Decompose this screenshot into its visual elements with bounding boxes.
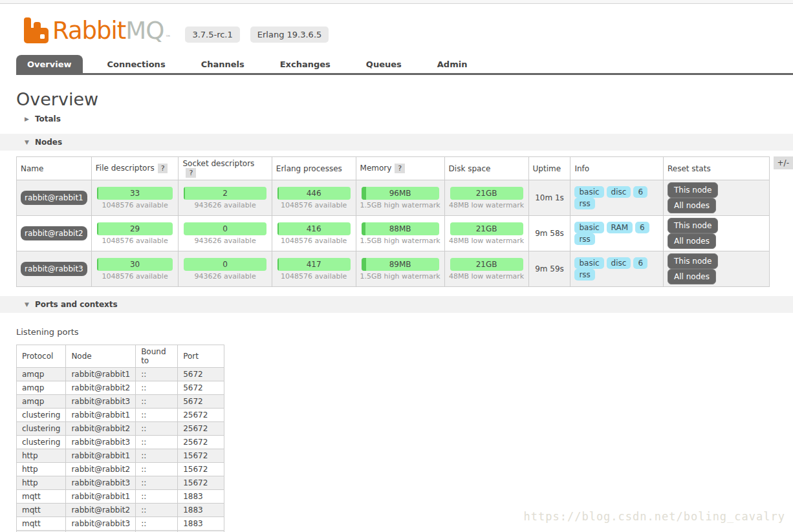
reset-stats-cell: This nodeAll nodes <box>664 180 770 216</box>
ports-table-header-row: ProtocolNodeBound toPort <box>17 345 224 368</box>
resource-bar: 33 <box>97 187 173 200</box>
resource-bar-used <box>277 222 279 235</box>
resource-bar-used <box>362 222 366 235</box>
info-badge-basic: basic <box>574 186 603 198</box>
file-descriptors-cell: 30 1048576 available <box>91 251 179 287</box>
tab-queues[interactable]: Queues <box>355 55 413 73</box>
resource-bar: 417 <box>277 258 351 271</box>
port-row: httprabbit@rabbit1::15672 <box>17 449 224 463</box>
logo-text-mq: MQ <box>125 17 164 45</box>
resource-bar: 446 <box>277 187 351 200</box>
help-icon[interactable]: ? <box>186 168 196 178</box>
col-header-disk-space: Disk space <box>444 157 528 180</box>
disk-space-cell: 21GB 48MB low watermark <box>444 180 528 216</box>
node-name-cell: rabbit@rabbit3 <box>17 251 92 287</box>
node-name-pill[interactable]: rabbit@rabbit3 <box>21 262 87 276</box>
port-cell: 5672 <box>178 381 224 395</box>
ports-section-bar: ▼ Ports and contexts <box>0 296 793 313</box>
reset-this-node-button[interactable]: This node <box>668 182 718 198</box>
reset-this-node-button[interactable]: This node <box>668 253 718 269</box>
col-header-reset-stats: Reset stats <box>664 157 770 180</box>
info-badge-rss: rss <box>574 269 594 281</box>
trademark-symbol: ™ <box>165 34 171 41</box>
help-icon[interactable]: ? <box>395 164 405 173</box>
rabbitmq-logo[interactable]: RabbitMQ ™ <box>23 17 171 45</box>
ports-col-header-bound-to: Bound to <box>136 345 178 368</box>
bound-to-cell: :: <box>136 395 178 409</box>
reset-all-nodes-button[interactable]: All nodes <box>668 198 716 213</box>
bound-to-cell: :: <box>136 463 178 476</box>
uptime-cell: 9m 58s <box>528 216 570 251</box>
reset-stats-cell: This nodeAll nodes <box>664 216 770 251</box>
totals-section-toggle[interactable]: ▶ Totals <box>25 114 793 123</box>
memory-cell: 96MB 1.5GB high watermark <box>356 180 444 216</box>
node-cell: rabbit@rabbit1 <box>66 490 136 504</box>
resource-bar: 416 <box>277 222 351 235</box>
port-cell: 25672 <box>178 409 224 422</box>
node-cell: rabbit@rabbit3 <box>66 395 136 409</box>
logo-text-rabbit: Rabbit <box>52 17 125 45</box>
resource-bar: 0 <box>184 258 266 271</box>
node-cell: rabbit@rabbit2 <box>66 504 136 517</box>
help-icon[interactable]: ? <box>158 164 168 173</box>
file-descriptors-cell: 33 1048576 available <box>91 180 179 216</box>
node-name-pill[interactable]: rabbit@rabbit1 <box>21 191 87 205</box>
port-cell: 1883 <box>178 504 224 517</box>
protocol-cell: mqtt <box>17 517 66 531</box>
tab-overview[interactable]: Overview <box>16 55 83 73</box>
node-name-cell: rabbit@rabbit2 <box>17 216 92 251</box>
node-cell: rabbit@rabbit1 <box>66 409 136 422</box>
bound-to-cell: :: <box>136 490 178 504</box>
bound-to-cell: :: <box>136 436 178 449</box>
erlang-processes-cell: 446 1048576 available <box>272 180 356 216</box>
resource-bar: 2 <box>184 187 266 200</box>
reset-all-nodes-button[interactable]: All nodes <box>668 233 716 249</box>
ports-col-header-node: Node <box>66 345 136 368</box>
protocol-cell: http <box>17 463 66 476</box>
reset-all-nodes-button[interactable]: All nodes <box>668 269 716 284</box>
protocol-cell: amqp <box>17 395 66 409</box>
port-row: httprabbit@rabbit2::15672 <box>17 463 224 476</box>
socket-descriptors-cell: 0 943626 available <box>179 216 272 251</box>
info-cell: basicdisc6rss <box>570 180 664 216</box>
reset-this-node-button[interactable]: This node <box>668 218 718 233</box>
port-row: clusteringrabbit@rabbit3::25672 <box>17 436 224 449</box>
ports-section-toggle[interactable]: ▼ Ports and contexts <box>25 300 793 309</box>
resource-bar-used <box>184 187 185 200</box>
port-row: amqprabbit@rabbit2::5672 <box>17 381 224 395</box>
node-row: rabbit@rabbit3 30 1048576 available 0 94… <box>17 251 770 287</box>
protocol-cell: clustering <box>17 422 66 436</box>
bound-to-cell: :: <box>136 422 178 436</box>
protocol-cell: amqp <box>17 381 66 395</box>
tab-connections[interactable]: Connections <box>96 55 177 73</box>
ports-col-header-port: Port <box>178 345 224 368</box>
disk-space-cell: 21GB 48MB low watermark <box>444 251 528 287</box>
port-cell: 5672 <box>178 395 224 409</box>
resource-bar-used <box>277 187 279 200</box>
socket-descriptors-cell: 0 943626 available <box>179 251 272 287</box>
port-row: clusteringrabbit@rabbit2::25672 <box>17 422 224 436</box>
col-header-file-descriptors: File descriptors? <box>91 157 179 180</box>
info-badge-6: 6 <box>635 222 649 233</box>
nodes-section-toggle[interactable]: ▼ Nodes <box>25 138 793 147</box>
resource-bar-used <box>277 258 279 271</box>
port-row: clusteringrabbit@rabbit1::25672 <box>17 409 224 422</box>
nodes-section-bar: ▼ Nodes <box>0 134 793 151</box>
node-cell: rabbit@rabbit2 <box>66 463 136 476</box>
column-toggle-button[interactable]: +/- <box>774 156 793 169</box>
memory-cell: 88MB 1.5GB high watermark <box>356 216 444 251</box>
tab-channels[interactable]: Channels <box>190 55 255 73</box>
port-row: amqprabbit@rabbit3::5672 <box>17 395 224 409</box>
uptime-cell: 10m 1s <box>528 180 570 216</box>
info-badge-basic: basic <box>574 257 603 269</box>
tab-exchanges[interactable]: Exchanges <box>269 55 342 73</box>
resource-bar: 30 <box>97 258 173 271</box>
node-name-pill[interactable]: rabbit@rabbit2 <box>21 226 87 240</box>
socket-descriptors-cell: 2 943626 available <box>179 180 272 216</box>
erlang-processes-cell: 416 1048576 available <box>272 216 356 251</box>
nodes-table-header-row: Name File descriptors? Socket descriptor… <box>17 157 770 180</box>
tab-admin[interactable]: Admin <box>426 55 479 73</box>
node-row: rabbit@rabbit2 29 1048576 available 0 94… <box>17 216 770 251</box>
resource-bar: 29 <box>97 222 173 235</box>
info-badge-disc: disc <box>607 257 631 269</box>
